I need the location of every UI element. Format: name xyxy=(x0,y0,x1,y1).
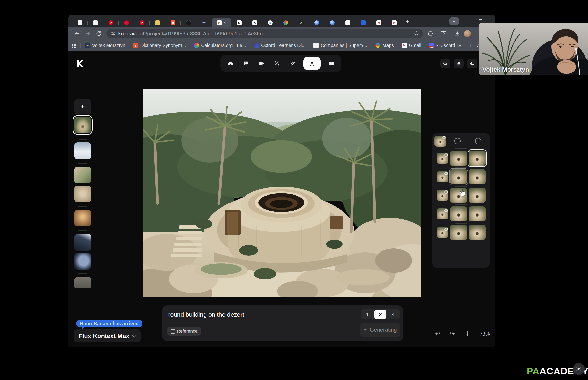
browser-tab[interactable]: H xyxy=(165,18,181,27)
yellow-site-icon xyxy=(155,20,160,25)
generation-thumb[interactable] xyxy=(450,151,467,166)
generation-thumb[interactable] xyxy=(469,225,485,240)
browser-tab[interactable] xyxy=(356,18,371,27)
browser-tab[interactable]: K xyxy=(247,18,262,27)
reload-button[interactable] xyxy=(95,29,103,38)
bookmark-item[interactable]: T Dictionary Synonym... xyxy=(133,43,186,48)
browser-tab[interactable]: M xyxy=(371,18,386,27)
blue-doc-icon xyxy=(361,20,366,25)
nav-home-icon[interactable] xyxy=(226,59,235,68)
rail-thumb-dark-blue-arch[interactable] xyxy=(74,234,91,251)
browser-tab[interactable]: K xyxy=(231,18,247,27)
nav-image-icon[interactable] xyxy=(241,59,251,68)
address-bar[interactable]: krea.ai/edit?project=0199f83a-833f-7cce-… xyxy=(106,29,423,38)
extensions-puzzle-icon[interactable] xyxy=(427,31,433,37)
zoom-level[interactable]: 73% xyxy=(480,331,490,337)
bookmark-star-icon[interactable] xyxy=(414,31,419,37)
browser-tab[interactable] xyxy=(181,18,196,27)
nav-pen-icon[interactable] xyxy=(288,59,297,68)
browser-tab[interactable]: P xyxy=(103,18,119,27)
count-1-button[interactable]: 1 xyxy=(362,310,373,319)
notifications-bell-icon[interactable] xyxy=(454,59,464,69)
browser-tab[interactable] xyxy=(324,18,340,27)
generation-source-thumb[interactable] xyxy=(437,153,448,164)
reference-chip[interactable]: Reference xyxy=(168,327,201,336)
prompt-input[interactable]: round building on the dezert xyxy=(168,311,244,318)
maximize-button[interactable] xyxy=(479,19,483,23)
bookmark-item[interactable]: Calculators.org - Le... xyxy=(194,43,246,48)
generate-button[interactable]: ✦ Generating xyxy=(360,323,400,337)
rail-thumb-partial[interactable] xyxy=(74,277,91,288)
tab-close-icon[interactable]: × xyxy=(223,20,226,25)
browser-tab[interactable]: P xyxy=(134,18,150,27)
profile-avatar[interactable] xyxy=(464,30,471,37)
back-button[interactable] xyxy=(72,29,81,38)
generation-source-thumb[interactable] xyxy=(437,227,448,238)
generation-source-thumb[interactable] xyxy=(437,190,448,201)
download-icon[interactable]: ↓ xyxy=(465,330,470,337)
browser-tab[interactable] xyxy=(88,18,103,27)
prompt-bar[interactable]: round building on the dezert Reference 1… xyxy=(162,305,403,341)
apps-grid-icon[interactable] xyxy=(72,43,77,48)
nav-assets-folder-icon[interactable] xyxy=(327,59,336,68)
generation-source-thumb[interactable] xyxy=(435,135,446,147)
bookmark-item[interactable]: VM Vojtek Morsztyn xyxy=(85,43,125,48)
browser-tab-active[interactable]: K × xyxy=(212,18,231,27)
model-selector[interactable]: Flux Kontext Max xyxy=(74,329,141,342)
generation-thumb-hovered[interactable] xyxy=(450,169,467,184)
rail-thumb-forest-round-building[interactable] xyxy=(74,117,91,133)
bookmarks-overflow-button[interactable]: » xyxy=(458,42,461,49)
browser-tab[interactable]: ✳ xyxy=(294,18,309,27)
browser-tab[interactable] xyxy=(278,18,294,27)
rail-thumb-desert-round-building[interactable] xyxy=(74,186,91,202)
browser-tab[interactable]: M xyxy=(386,18,402,27)
search-icon[interactable] xyxy=(441,59,450,69)
bookmark-item[interactable]: Maps xyxy=(375,43,394,48)
rail-thumb-arch-interior[interactable] xyxy=(74,210,91,227)
nav-edit-active-icon[interactable] xyxy=(303,57,320,70)
redo-icon[interactable]: ↷ xyxy=(450,330,455,337)
new-tab-button[interactable]: + xyxy=(403,17,411,25)
row-divider xyxy=(455,167,467,168)
generation-thumb[interactable] xyxy=(469,188,485,203)
generation-source-thumb[interactable] xyxy=(437,171,448,182)
nav-enhance-wand-icon[interactable] xyxy=(272,59,282,68)
canvas-image-round-building[interactable] xyxy=(143,89,421,297)
browser-tab[interactable] xyxy=(150,18,165,27)
browser-tab[interactable]: ✦ xyxy=(196,18,212,27)
generation-thumb[interactable] xyxy=(469,169,485,184)
rail-thumb-snowy-mountain-building[interactable] xyxy=(74,143,91,159)
browser-tab[interactable]: G xyxy=(262,18,278,27)
dark-mode-moon-icon[interactable] xyxy=(467,59,477,69)
browser-ai-sparkle-button[interactable]: ✦ xyxy=(449,17,459,25)
rail-thumb-blue-dome[interactable] xyxy=(74,253,91,269)
screen-scan-button[interactable] xyxy=(573,363,585,375)
generation-source-thumb[interactable] xyxy=(437,208,448,219)
count-2-button[interactable]: 2 xyxy=(375,310,386,319)
rail-thumb-courtyard-garden[interactable] xyxy=(74,167,91,184)
undo-icon[interactable]: ↶ xyxy=(435,330,440,337)
generation-thumb[interactable] xyxy=(450,225,467,240)
webcam-name-label: Vojtek Morsztyn xyxy=(483,66,529,73)
site-settings-icon[interactable] xyxy=(110,31,115,36)
count-4-button[interactable]: 4 xyxy=(387,310,399,319)
add-image-button[interactable]: + xyxy=(74,99,91,114)
forward-button[interactable] xyxy=(84,29,92,38)
bookmark-item[interactable]: Oxford Learner's Di... xyxy=(254,43,306,48)
nav-video-icon[interactable] xyxy=(257,59,266,68)
download-icon[interactable] xyxy=(455,31,460,37)
browser-tab[interactable] xyxy=(309,18,324,27)
browser-tab[interactable] xyxy=(72,18,88,27)
bookmark-item[interactable]: Companies | SuperY... xyxy=(314,43,367,48)
chevron-down-icon xyxy=(132,333,137,338)
bookmark-item[interactable]: M Gmail xyxy=(402,43,421,48)
browser-tab[interactable]: 10 xyxy=(340,18,356,27)
bookmark-item[interactable]: 105 • Discord | #general... xyxy=(429,43,458,48)
generation-thumb-selected[interactable] xyxy=(469,151,485,166)
generation-thumb[interactable] xyxy=(450,206,467,221)
krea-logo[interactable]: K xyxy=(76,58,84,69)
device-search-icon[interactable] xyxy=(441,31,447,37)
browser-tab[interactable]: P xyxy=(119,18,134,27)
minimize-button[interactable] xyxy=(470,21,473,22)
generation-thumb[interactable] xyxy=(469,206,485,221)
